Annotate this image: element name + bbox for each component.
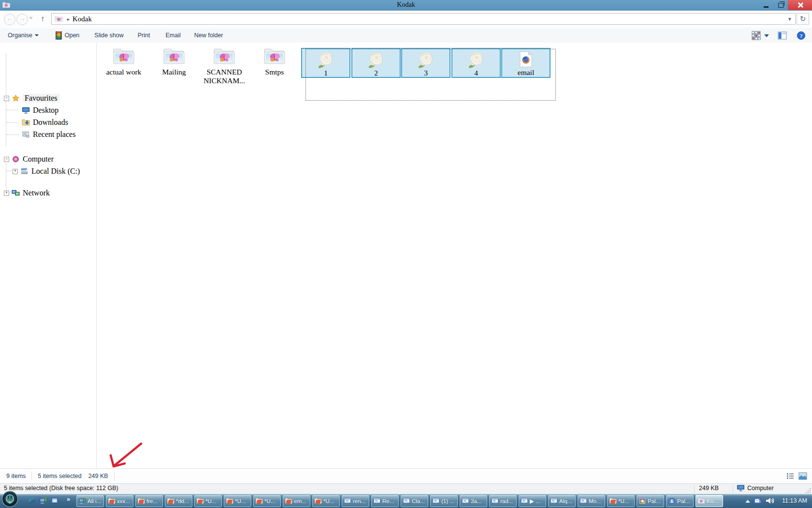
rose-thumbnail-icon [466, 50, 486, 69]
selected-file-4[interactable]: 4 [451, 48, 501, 78]
recent-places-icon [22, 131, 30, 138]
close-button[interactable] [788, 0, 812, 10]
history-dropdown-icon[interactable] [29, 17, 33, 19]
taskbar-button-20[interactable]: Pal... [666, 495, 694, 507]
tray-expand-icon[interactable] [745, 500, 750, 503]
new-folder-button[interactable]: New folder [194, 32, 223, 39]
print-button[interactable]: Print [138, 32, 150, 39]
quicklaunch-overflow-icon[interactable]: » [67, 495, 70, 503]
computer-win-icon [78, 497, 86, 505]
sidebar-item-local-disk-c[interactable]: Local Disk (C:) [13, 166, 80, 177]
refresh-button[interactable]: ↻ [797, 13, 809, 25]
change-view-button[interactable] [752, 31, 761, 40]
status-divider [733, 485, 733, 493]
folder-icon [108, 497, 116, 505]
start-button[interactable] [1, 491, 18, 508]
selected-file-email[interactable]: email [501, 48, 551, 78]
taskbar-button-label: ren... [353, 498, 365, 504]
breadcrumb-separator-icon: ▸ [67, 16, 70, 22]
selected-file-3[interactable]: 3 [401, 48, 450, 78]
taskbar-button-1[interactable]: xxx... [106, 495, 133, 507]
favourites-label: Favourites [23, 94, 59, 103]
sidebar-item-downloads[interactable]: Downloads [19, 117, 68, 128]
help-button[interactable]: ? [797, 31, 806, 40]
folder-scanned-nicknames[interactable]: SCANNED NICKNAM... [200, 46, 248, 85]
taskbar-button-5[interactable]: *U... [224, 495, 251, 507]
tree-line [6, 122, 19, 123]
minimize-button[interactable] [759, 0, 773, 10]
folder-name: SCANNED NICKNAM... [200, 68, 248, 85]
address-folder-icon [54, 15, 64, 23]
taskbar-button-18[interactable]: *U... [607, 495, 635, 507]
taskbar-button-15[interactable]: ▶ ... [519, 495, 546, 507]
email-button[interactable]: Email [165, 32, 180, 39]
folder-name: actual work [100, 68, 148, 76]
taskbar-button-19[interactable]: Pal... [637, 495, 664, 507]
taskbar-button-13[interactable]: 3a... [460, 495, 487, 507]
resize-grip[interactable] [805, 488, 811, 493]
taskbar-button-10[interactable]: Re... [371, 495, 399, 507]
details-view-button[interactable] [786, 472, 795, 480]
back-button[interactable]: ← [4, 14, 15, 25]
thumbnail-view-button[interactable] [798, 472, 807, 480]
taskbar-button-label: *dd... [176, 498, 189, 504]
address-bar[interactable]: ▸ Kodak ▼ [51, 13, 796, 25]
organise-menu[interactable]: Organise [8, 32, 39, 39]
expand-icon[interactable] [13, 169, 18, 174]
tray-mail-icon[interactable] [754, 497, 762, 505]
taskbar-button-2[interactable]: fre... [135, 495, 163, 507]
star-icon [12, 94, 20, 102]
collapse-icon[interactable] [4, 96, 9, 101]
taskbar-button-4[interactable]: *U... [194, 495, 222, 507]
taskbar-button-label: Alq... [559, 498, 572, 504]
slide-show-button[interactable]: Slide show [94, 32, 123, 39]
taskbar-button-9[interactable]: ren... [342, 495, 369, 507]
restore-button[interactable] [774, 0, 787, 10]
tray-volume-icon[interactable] [765, 497, 775, 505]
forward-button[interactable]: → [16, 14, 28, 25]
taskbar-button-8[interactable]: *U... [312, 495, 340, 507]
folder-mailing[interactable]: Mailing [150, 46, 198, 76]
taskbar-button-6[interactable]: *U... [253, 495, 281, 507]
expand-icon[interactable] [4, 191, 9, 196]
browser-icon [344, 497, 351, 505]
preview-pane-button[interactable] [778, 31, 787, 40]
taskbar-button-label: *U... [618, 498, 629, 504]
collapse-icon[interactable] [4, 157, 9, 162]
new-folder-label: New folder [194, 32, 223, 39]
folder-smtps[interactable]: Smtps [250, 46, 299, 76]
taskbar-button-17[interactable]: Mo... [578, 495, 605, 507]
sidebar-item-favourites[interactable]: Favourites [4, 93, 59, 104]
folder-actual-work[interactable]: actual work [100, 46, 148, 76]
file-list[interactable]: actual work Mailing SCANNED NICKNAM... S… [97, 43, 812, 468]
taskbar-button-11[interactable]: Cla... [401, 495, 428, 507]
taskbar-button-7[interactable]: em... [283, 495, 310, 507]
taskbar-button-label: Ko... [707, 498, 718, 504]
taskbar-button-16[interactable]: Alq... [548, 495, 576, 507]
up-button[interactable]: ↑ [38, 14, 47, 24]
computer-icon [12, 155, 20, 163]
view-dropdown-icon[interactable] [764, 34, 769, 37]
sidebar-item-computer[interactable]: Computer [4, 154, 54, 164]
folder-icon [196, 497, 204, 505]
selected-file-1[interactable]: 1 [301, 48, 350, 78]
breadcrumb[interactable]: Kodak [72, 15, 92, 23]
taskbar-button-14[interactable]: rad... [489, 495, 517, 507]
taskbar-button-0[interactable]: All i... [76, 495, 104, 507]
selected-file-2[interactable]: 2 [351, 48, 401, 78]
address-dropdown-icon[interactable]: ▼ [784, 16, 795, 22]
computer-quicklaunch-icon[interactable] [39, 497, 47, 505]
taskbar-clock[interactable]: 11:13 AM [779, 494, 810, 508]
taskbar-button-12[interactable]: (1) ... [430, 495, 458, 507]
taskbar-button-3[interactable]: *dd... [165, 495, 192, 507]
sync-quicklaunch-icon[interactable] [28, 497, 36, 505]
sidebar-item-desktop[interactable]: Desktop [19, 105, 58, 116]
taskbar-button-21[interactable]: Ko... [696, 495, 723, 507]
show-desktop-quicklaunch-icon[interactable] [51, 497, 59, 505]
open-button[interactable]: Open [56, 31, 80, 40]
print-label: Print [138, 32, 150, 39]
filmstrip-icon [56, 31, 62, 40]
sidebar-item-recent-places[interactable]: Recent places [19, 129, 75, 140]
status-divider [114, 472, 115, 480]
sidebar-item-network[interactable]: Network [4, 188, 50, 198]
